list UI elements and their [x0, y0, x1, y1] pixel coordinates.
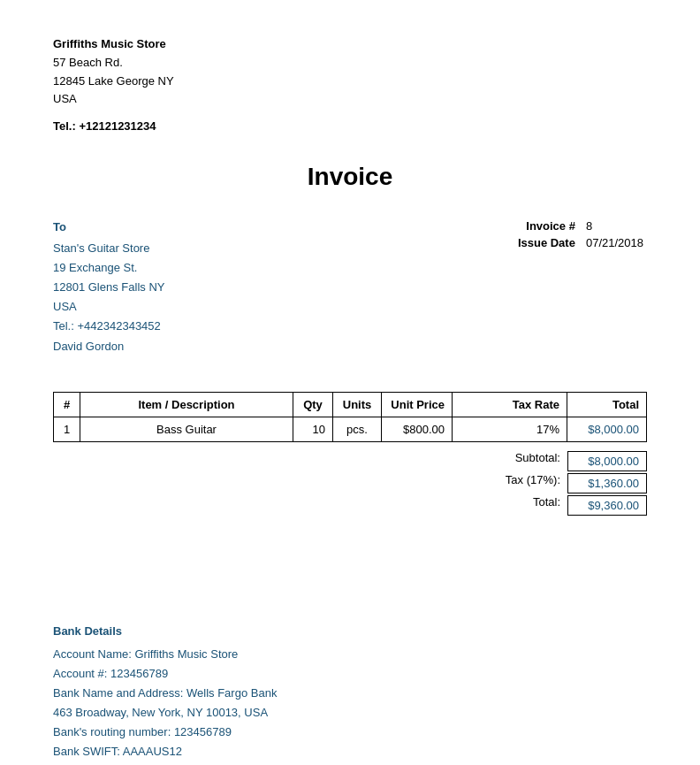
table-row: 1 Bass Guitar 10 pcs. $800.00 17% $8,000… — [54, 417, 647, 441]
total-label: Total: — [461, 495, 567, 516]
bank-name: Bank Name and Address: Wells Fargo Bank — [53, 684, 647, 703]
client-country: USA — [53, 297, 514, 317]
totals-section: Subtotal: $8,000.00 Tax (17%): $1,360.00… — [53, 451, 647, 516]
th-num: # — [54, 392, 80, 417]
bank-details: Bank Details Account Name: Griffiths Mus… — [53, 622, 647, 762]
bank-swift: Bank SWIFT: AAAAUS12 — [53, 742, 647, 761]
sender-name: Griffiths Music Store — [53, 35, 647, 54]
sender-address1: 57 Beach Rd. — [53, 54, 647, 73]
issue-date-value: 07/21/2018 — [579, 234, 647, 251]
invoice-num-label: Invoice # — [514, 218, 579, 234]
subtotal-value: $8,000.00 — [567, 451, 647, 471]
tax-label: Tax (17%): — [461, 473, 567, 493]
total-row: Total: $9,360.00 — [53, 495, 647, 516]
meta-table: Invoice # 8 Issue Date 07/21/2018 — [514, 218, 647, 251]
invoice-num-value: 8 — [579, 218, 647, 234]
issue-date-label: Issue Date — [514, 234, 579, 251]
tel-label: Tel.: — [53, 119, 76, 133]
invoice-title: Invoice — [53, 163, 647, 191]
billing-section: To Stan's Guitar Store 19 Exchange St. 1… — [53, 218, 647, 356]
th-unit-price: Unit Price — [382, 392, 453, 417]
tax-value: $1,360.00 — [567, 473, 647, 493]
sender-address2: 12845 Lake George NY — [53, 73, 647, 91]
sender-country: USA — [53, 90, 647, 109]
th-qty: Qty — [293, 392, 333, 417]
bank-account-num: Account #: 123456789 — [53, 664, 647, 684]
row-unit-price: $800.00 — [382, 417, 453, 441]
sender-info: Griffiths Music Store 57 Beach Rd. 12845… — [53, 35, 647, 136]
row-description: Bass Guitar — [80, 417, 293, 441]
bank-routing: Bank's routing number: 123456789 — [53, 723, 647, 742]
tax-row: Tax (17%): $1,360.00 — [53, 473, 647, 493]
th-units: Units — [333, 392, 382, 417]
items-table: # Item / Description Qty Units Unit Pric… — [53, 392, 647, 442]
row-total: $8,000.00 — [567, 417, 647, 441]
subtotal-row: Subtotal: $8,000.00 — [53, 451, 647, 471]
to-label: To — [53, 218, 514, 237]
subtotal-label: Subtotal: — [461, 451, 567, 471]
client-name: Stan's Guitar Store — [53, 239, 514, 258]
tel-value: +12121231234 — [79, 119, 156, 133]
th-tax-rate: Tax Rate — [453, 392, 567, 417]
row-tax-rate: 17% — [453, 417, 567, 441]
row-qty: 10 — [293, 417, 333, 441]
th-total: Total — [567, 392, 647, 417]
row-num: 1 — [54, 417, 80, 441]
bank-title: Bank Details — [53, 622, 647, 641]
sender-tel: Tel.: +12121231234 — [53, 118, 647, 136]
client-address2: 12801 Glens Falls NY — [53, 278, 514, 297]
client-address1: 19 Exchange St. — [53, 258, 514, 278]
client-contact: David Gordon — [53, 337, 514, 356]
row-units: pcs. — [333, 417, 382, 441]
client-tel: Tel.: +442342343452 — [53, 317, 514, 336]
invoice-meta: Invoice # 8 Issue Date 07/21/2018 — [514, 218, 647, 356]
bank-address: 463 Broadway, New York, NY 10013, USA — [53, 703, 647, 723]
th-description: Item / Description — [80, 392, 293, 417]
bank-account-name: Account Name: Griffiths Music Store — [53, 645, 647, 664]
total-value: $9,360.00 — [567, 495, 647, 516]
billing-to: To Stan's Guitar Store 19 Exchange St. 1… — [53, 218, 514, 356]
